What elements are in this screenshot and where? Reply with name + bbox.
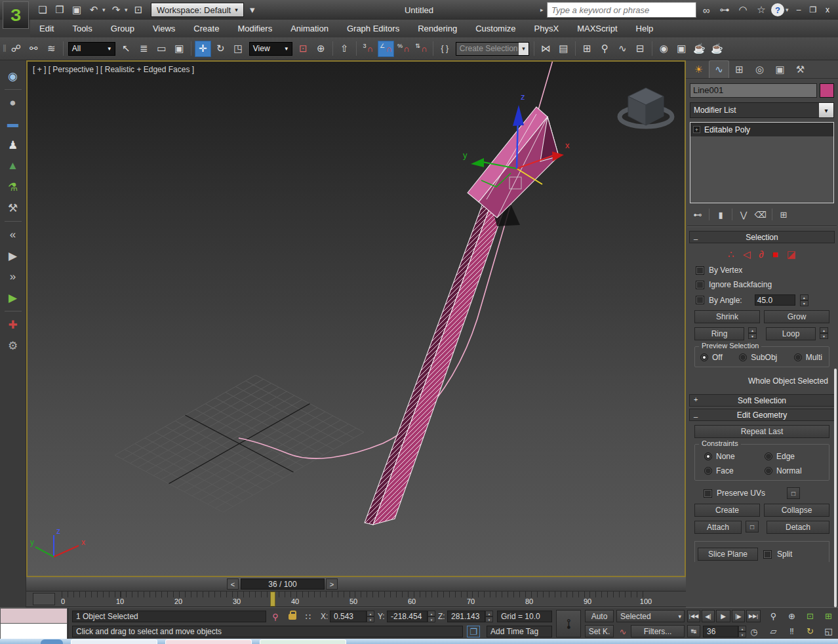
mini-curve-editor-button[interactable] (33, 593, 55, 605)
add-time-tag[interactable]: Add Time Tag (487, 626, 552, 637)
snaps-toggle[interactable]: 3 ∩ (360, 41, 376, 57)
workspace-flyout-button[interactable]: ▾ (245, 3, 260, 17)
new-file-button[interactable]: ❏ (35, 3, 50, 17)
workspace-dropdown[interactable]: Workspace: Default ▾ (151, 3, 244, 17)
tab-hierarchy[interactable]: ⊞ (729, 60, 749, 78)
menu-views[interactable]: Views (144, 20, 184, 37)
menu-modifiers[interactable]: Modifiers (228, 20, 281, 37)
select-and-manipulate-button[interactable]: ⊕ (313, 41, 329, 57)
soft-selection-header[interactable]: + Soft Selection (689, 394, 835, 407)
toolbar-grip[interactable]: ‖ (3, 43, 5, 54)
cloth-button[interactable]: ▲ (3, 156, 23, 176)
object-name-field[interactable]: Line001 (690, 83, 817, 98)
viewport-canvas[interactable]: x y z z y x (28, 62, 685, 576)
loop-button[interactable]: Loop (766, 327, 816, 340)
menu-group[interactable]: Group (102, 20, 144, 37)
menu-tools[interactable]: Tools (63, 20, 101, 37)
named-selection-set-dropdown[interactable]: Create Selection S ▾ (456, 42, 529, 56)
minimize-button[interactable]: – (792, 4, 805, 16)
bind-to-space-warp-button[interactable]: ≋ (43, 41, 60, 57)
collapse-button[interactable]: Collapse (764, 504, 829, 517)
viewport-label[interactable]: [ + ] [ Perspective ] [ Realistic + Edge… (33, 65, 194, 74)
redo-button[interactable]: ↷ (108, 3, 124, 17)
y-spinner[interactable]: ▴▾ (428, 611, 435, 622)
go-to-start-button[interactable]: |◀◀ (687, 610, 700, 622)
track-bar[interactable]: 0 10 20 30 40 50 60 70 80 90 100 (26, 592, 686, 607)
key-filters-dropdown[interactable]: Selected ▾ (616, 610, 685, 622)
zoom-extents-button[interactable]: ⊡ (801, 609, 819, 623)
taskbar-start-button[interactable] (41, 639, 63, 644)
multiplier-add-button[interactable]: ✚ (3, 315, 23, 334)
by-angle-checkbox[interactable] (696, 296, 704, 304)
search-button[interactable]: ∞ (698, 3, 714, 17)
ring-spinner[interactable]: ▴▾ (748, 327, 757, 338)
tab-modify[interactable]: ∿ (709, 60, 729, 78)
object-color-swatch[interactable] (820, 83, 834, 98)
mirror-button[interactable]: ⋈ (538, 41, 554, 57)
menu-create[interactable]: Create (184, 20, 228, 37)
taskbar-button[interactable] (260, 639, 346, 644)
isolate-selection-toggle[interactable]: ⚲ (269, 611, 282, 622)
search-input[interactable] (547, 2, 696, 18)
communication-center-button[interactable]: ◠ (735, 3, 751, 17)
selection-lock-toggle[interactable] (289, 614, 296, 620)
time-configuration-button[interactable]: ◷ (748, 626, 761, 637)
close-button[interactable]: x (821, 4, 834, 16)
orbit-button[interactable]: ↻ (801, 624, 819, 638)
select-and-rotate-button[interactable]: ↻ (212, 41, 229, 57)
menu-rendering[interactable]: Rendering (409, 20, 466, 37)
ring-button[interactable]: Ring (694, 327, 744, 340)
menu-maxscript[interactable]: MAXScript (568, 20, 626, 37)
edit-geometry-header[interactable]: _ Edit Geometry (689, 409, 835, 421)
next-frame-arrow[interactable]: > (326, 578, 338, 590)
maxscript-mini-listener[interactable] (0, 608, 68, 639)
taskbar-button[interactable] (165, 639, 252, 644)
border-mode-button[interactable]: ∂ (759, 249, 763, 260)
flask-utility-button[interactable]: ⚗ (3, 177, 23, 197)
maximize-viewport-toggle[interactable]: ◱ (820, 624, 837, 638)
sim-step-button[interactable]: » (3, 267, 23, 287)
constraint-edge-radio[interactable] (765, 453, 772, 460)
key-mode-toggle[interactable]: ↹ (687, 625, 700, 637)
preview-animation-button[interactable]: ▶ (3, 288, 23, 308)
time-slider-bar[interactable]: < 36 / 100 > (26, 577, 686, 592)
absolute-offset-toggle[interactable]: ∷ (302, 611, 315, 622)
tab-display[interactable]: ▣ (770, 60, 790, 78)
ignore-backfacing-checkbox[interactable] (696, 281, 704, 289)
select-object-button[interactable]: ↖ (118, 41, 134, 57)
menu-physx[interactable]: PhysX (525, 20, 569, 37)
vertex-mode-button[interactable]: ∴ (728, 249, 734, 260)
modifier-list-dropdown[interactable]: Modifier List ▾ (690, 102, 834, 118)
angle-snap-toggle[interactable]: ∠ ∩ (378, 41, 394, 57)
ragdoll-button[interactable]: ♟ (3, 135, 23, 155)
menu-customize[interactable]: Customize (466, 20, 525, 37)
frame-display[interactable]: 36 / 100 (241, 578, 325, 590)
listener-macro-line[interactable] (0, 608, 68, 624)
play-animation-button[interactable]: ▶ (716, 610, 730, 622)
by-angle-spinner[interactable]: ▴▾ (800, 294, 808, 306)
preview-off-radio[interactable] (700, 353, 708, 361)
loop-spinner[interactable]: ▴▾ (820, 327, 828, 338)
curve-editor-button[interactable]: ∿ (614, 41, 631, 57)
stack-item-editable-poly[interactable]: + Editable Poly (690, 123, 833, 136)
z-coordinate-field[interactable]: 281.143 (447, 611, 485, 622)
preserve-uvs-checkbox[interactable] (704, 489, 712, 498)
keyboard-shortcut-override-toggle[interactable]: ⇧ (336, 41, 353, 57)
license-key-button[interactable]: ⊶ (717, 3, 732, 17)
undo-button[interactable]: ↶ (86, 3, 102, 17)
percent-snap-toggle[interactable]: % ∩ (395, 41, 412, 57)
by-vertex-checkbox[interactable] (696, 266, 704, 275)
render-setup-button[interactable]: ◉ (656, 41, 672, 57)
repeat-last-button[interactable]: Repeat Last (694, 425, 829, 438)
detach-button[interactable]: Detach (767, 521, 829, 534)
edge-mode-button[interactable]: ◁ (743, 249, 751, 260)
slice-plane-button[interactable]: Slice Plane (698, 548, 758, 561)
panel-scrollbar[interactable] (834, 369, 837, 607)
z-spinner[interactable]: ▴▾ (485, 611, 493, 622)
configure-modifier-sets-button[interactable]: ⊞ (776, 207, 791, 222)
zoom-extents-all-button[interactable]: ⊞ (820, 609, 837, 623)
constraint-face-radio[interactable] (704, 467, 712, 475)
hammer-utility-button[interactable]: ⚒ (3, 198, 23, 218)
new-key-filter-icon[interactable]: ∿ (616, 626, 629, 637)
unlink-selection-button[interactable]: ⚯ (26, 41, 42, 57)
